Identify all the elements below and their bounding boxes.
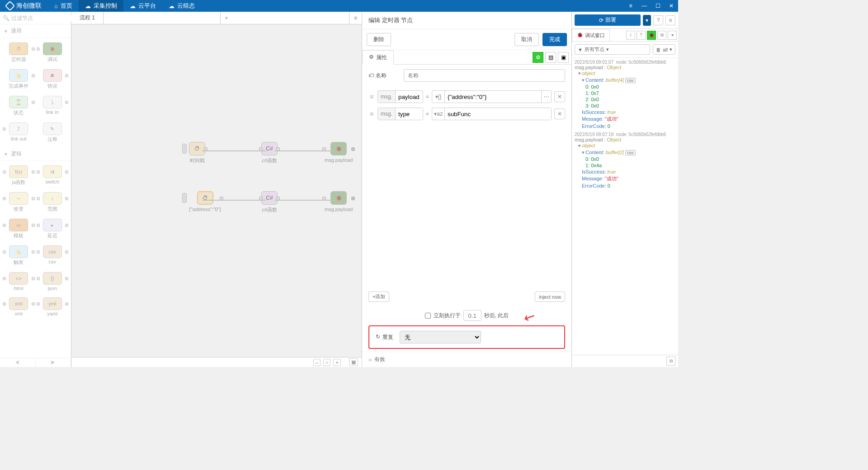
palette-node-delay[interactable]: ▸延迟	[38, 219, 68, 239]
palette-expand[interactable]: ⮞	[36, 358, 71, 367]
delete-button[interactable]: 删除	[367, 33, 391, 46]
expand-icon[interactable]: ⋯	[541, 91, 551, 103]
done-button[interactable]: 完成	[542, 33, 567, 46]
palette-category-general[interactable]: ▾通用	[0, 24, 71, 38]
palette-node-range[interactable]: ↕范围	[38, 192, 68, 212]
add-property-button[interactable]: +添加	[368, 291, 389, 302]
palette-node-timer[interactable]: ⏱定时器	[4, 42, 34, 63]
filter-clear[interactable]: 🗑 all ▾	[653, 44, 675, 55]
popout-icon[interactable]: ⧉	[666, 357, 675, 366]
repeat-label: ↻ 重复	[376, 334, 393, 341]
palette-node-linkin[interactable]: ⤵link in	[38, 96, 68, 116]
palette-node-jsfunc[interactable]: f(x)js函数	[4, 165, 34, 186]
palette-node-error[interactable]: ✖错误	[38, 69, 68, 89]
palette-node-yaml[interactable]: ymlyaml	[38, 297, 68, 316]
window-controls: ≡ — ☐ ✕	[624, 0, 678, 12]
type-selector-2[interactable]: ▾ aᴢ	[432, 108, 445, 120]
canvas-area: 流程 1 + ≡ ⏱ 时间戳 C# c#函数 🐞 msg.payload	[71, 12, 362, 367]
help-icon[interactable]: ?	[653, 15, 663, 25]
palette-collapse[interactable]: ⮜	[0, 358, 36, 367]
app-title: 海创微联	[16, 2, 42, 10]
drag-handle-icon[interactable]: ≡	[368, 110, 375, 118]
msg-key-2[interactable]	[396, 108, 423, 120]
palette-node-trigger[interactable]: 👆触发	[4, 245, 34, 266]
tab-menu[interactable]: ≡	[349, 12, 362, 24]
close-button[interactable]: ✕	[665, 0, 678, 12]
topnav: ⌂ 首页 ☁ 采集控制 ☁ 云平台 ☁ 云组态	[48, 0, 201, 12]
delete-row-1[interactable]: ✕	[554, 91, 565, 102]
palette-node-change[interactable]: ↔改变	[4, 192, 34, 212]
type-selector-1[interactable]: ▾ {}	[432, 91, 445, 103]
name-label: 🏷 名称	[368, 72, 399, 80]
gear-icon[interactable]: ⚙	[657, 31, 666, 40]
search-icon: 🔍	[3, 15, 9, 21]
nav-home[interactable]: ⌂ 首页	[48, 0, 79, 12]
debug-panel: ⟳ 部署 ▾ ? ≡ 🐞 调试窗口 i ? 🐞 ⚙ ▾ ▼ 所有节点 ▾ 🗑 a…	[571, 12, 678, 367]
minimize-button[interactable]: —	[637, 0, 651, 12]
caret-down-icon[interactable]: ▾	[668, 31, 677, 40]
maximize-button[interactable]: ☐	[651, 0, 665, 12]
doc-icon[interactable]: ▤	[545, 52, 556, 63]
edit-tab-properties[interactable]: ⚙ 属性	[362, 50, 394, 65]
tab-add[interactable]: +	[220, 12, 233, 24]
zoom-out[interactable]: –	[313, 359, 321, 366]
flow-tabs: 流程 1 + ≡	[71, 12, 362, 24]
palette-node-complete[interactable]: 👆完成事件	[4, 69, 34, 89]
prop-row-2: ≡ msg. = ▾ aᴢ ✕	[368, 105, 565, 122]
msg-val-1[interactable]	[445, 91, 541, 103]
deploy-menu[interactable]: ▾	[643, 15, 651, 26]
palette-node-switch[interactable]: ⇉switch	[38, 165, 68, 186]
drag-handle-icon[interactable]: ≡	[368, 93, 375, 100]
prop-row-1: ≡ msg. = ▾ {} ⋯ ✕	[368, 88, 565, 105]
palette-search[interactable]: 🔍	[0, 12, 71, 24]
appearance-icon[interactable]: ▣	[558, 52, 569, 63]
palette-node-html[interactable]: <>html	[4, 272, 34, 291]
nav-collect[interactable]: ☁ 采集控制	[79, 0, 123, 12]
palette-node-csv[interactable]: csvcsv	[38, 245, 68, 266]
bug-icon[interactable]: 🐞	[647, 31, 656, 40]
exec-immediately-checkbox[interactable]	[425, 313, 431, 319]
palette-node-json[interactable]: {}json	[38, 272, 68, 291]
navigator[interactable]: ▦	[349, 358, 358, 366]
name-input[interactable]	[404, 69, 565, 82]
palette-node-debug[interactable]: 🐞调试	[38, 42, 68, 63]
app-logo: 海创微联	[0, 2, 48, 10]
repeat-highlight: ↻ 重复 无	[368, 325, 565, 349]
flow-canvas[interactable]: ⏱ 时间戳 C# c#函数 🐞 msg.payload ⏱ {"address"…	[71, 24, 362, 357]
inject-now-button[interactable]: inject now	[535, 291, 565, 302]
gear-icon[interactable]: ⚙	[533, 52, 543, 63]
palette-category-logic[interactable]: ▾逻辑	[0, 147, 71, 161]
palette-node-comment[interactable]: ✎注释	[38, 122, 68, 143]
palette-node-template[interactable]: ▭模板	[4, 219, 34, 239]
msg-key-1[interactable]	[396, 91, 423, 103]
repeat-select[interactable]: 无	[400, 331, 481, 343]
info-icon[interactable]: i	[626, 31, 635, 40]
help-tab-icon[interactable]: ?	[637, 31, 646, 40]
nav-cloudgroup[interactable]: ☁ 云组态	[162, 0, 201, 12]
zoom-reset[interactable]: ○	[323, 359, 331, 366]
zoom-in[interactable]: +	[333, 359, 340, 366]
nav-cloud[interactable]: ☁ 云平台	[123, 0, 162, 12]
edit-footer: ○ 有效	[362, 352, 571, 367]
delete-row-2[interactable]: ✕	[554, 108, 565, 119]
menu-icon[interactable]: ≡	[624, 0, 637, 12]
msg-val-2[interactable]	[445, 108, 551, 120]
cancel-button[interactable]: 取消	[514, 33, 539, 46]
valid-label: 有效	[374, 356, 385, 363]
topbar: 海创微联 ⌂ 首页 ☁ 采集控制 ☁ 云平台 ☁ 云组态 ≡ — ☐ ✕	[0, 0, 678, 12]
deploy-button[interactable]: ⟳ 部署	[575, 14, 641, 26]
logo-icon	[5, 1, 15, 11]
palette-node-xml[interactable]: xmlxml	[4, 297, 34, 316]
filter-nodes[interactable]: ▼ 所有节点 ▾	[575, 44, 650, 55]
exec-label: 立刻执行于	[434, 312, 461, 320]
debug-messages[interactable]: 2022/5/19 09:01:07 node: 5c5060b52fefdbb…	[572, 58, 678, 355]
exec-delay-input[interactable]	[463, 310, 481, 321]
edit-title: 编辑 定时器 节点	[362, 12, 571, 29]
debug-tab[interactable]: 🐞 调试窗口	[572, 29, 610, 42]
palette-node-linkout[interactable]: ⤴link out	[4, 122, 34, 143]
exec-suffix: 秒后, 此后	[484, 312, 509, 320]
node-palette: 🔍 ▾通用 ⏱定时器 🐞调试 👆完成事件 ✖错误 ⌛状态 ⤵link in ⤴l…	[0, 12, 71, 367]
menu-icon[interactable]: ≡	[665, 15, 675, 25]
palette-filter-input[interactable]	[11, 15, 79, 21]
palette-node-status[interactable]: ⌛状态	[4, 96, 34, 116]
